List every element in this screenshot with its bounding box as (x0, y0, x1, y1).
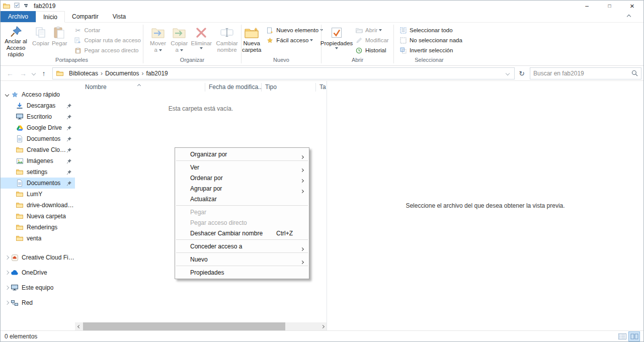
qat-item-icon[interactable] (14, 3, 20, 10)
thumbnails-view-icon (630, 333, 638, 339)
forward-button[interactable]: → (17, 67, 30, 79)
history-button[interactable]: Historial (353, 45, 391, 55)
sidebar-item-creative-cloud-f[interactable]: Creative Cloud F (1, 144, 75, 155)
new-folder-button[interactable]: Nueva carpeta (242, 24, 261, 56)
preview-pane: Seleccione el archivo del que desea obte… (327, 81, 643, 330)
sidebar-item-venta[interactable]: venta (1, 233, 75, 244)
refresh-button[interactable]: ↻ (516, 67, 528, 79)
menu-item-ver[interactable]: Ver (175, 162, 309, 173)
minimize-ribbon-button[interactable] (627, 11, 630, 22)
menu-item-deshacer-cambiar-nombre[interactable]: Deshacer Cambiar nombre Ctrl+Z (175, 228, 309, 238)
chevron-right-icon[interactable] (4, 286, 11, 289)
recent-locations-button[interactable] (30, 67, 37, 79)
back-button[interactable]: ← (4, 67, 17, 79)
sidebar-item-este-equipo[interactable]: Este equipo (1, 280, 75, 295)
copy-to-button[interactable]: Copiar a (169, 24, 189, 56)
sidebar-item-descargas[interactable]: Descargas (1, 100, 75, 111)
breadcrumb-fab2019[interactable]: fab2019 (144, 70, 169, 77)
tab-compartir[interactable]: Compartir (65, 11, 106, 22)
menu-item-ordenar-por[interactable]: Ordenar por (175, 173, 309, 183)
breadcrumb-bibliotecas[interactable]: Bibliotecas (67, 70, 100, 77)
up-button[interactable]: ↑ (37, 67, 50, 79)
delete-button[interactable]: Eliminar (190, 24, 212, 56)
column-header-tipo[interactable]: Tipo (261, 81, 315, 93)
chevron-right-icon[interactable] (4, 301, 11, 304)
properties-button[interactable]: Propiedades (322, 24, 351, 56)
address-bar[interactable]: Bibliotecas › Documentos › fab2019 (52, 67, 515, 79)
google-drive-icon (16, 125, 24, 131)
sidebar-item-drive-download[interactable]: drive-download-20 (1, 200, 75, 211)
menu-separator (176, 239, 308, 240)
scrollbar-thumb[interactable] (83, 322, 285, 330)
scroll-left-button[interactable] (75, 322, 83, 330)
open-button[interactable]: Abrir (353, 25, 391, 35)
sidebar-item-settings[interactable]: settings (1, 166, 75, 178)
sidebar-item-escritorio[interactable]: Escritorio (1, 111, 75, 122)
menu-item-agrupar-por[interactable]: Agrupar por (175, 183, 309, 194)
window-controls: – □ × (576, 1, 643, 11)
easy-access-button[interactable]: Fácil acceso (264, 35, 325, 45)
maximize-button[interactable]: □ (598, 1, 621, 11)
select-none-button[interactable]: No seleccionar nada (397, 35, 464, 45)
menu-item-pegar[interactable]: Pegar (175, 207, 309, 217)
select-all-button[interactable]: Seleccionar todo (397, 25, 464, 35)
menu-shortcut: Ctrl+Z (276, 230, 293, 237)
pin-icon (67, 104, 71, 108)
sidebar-item-imagenes[interactable]: Imágenes (1, 155, 75, 166)
close-button[interactable]: × (621, 1, 643, 11)
new-item-button[interactable]: Nuevo elemento (264, 25, 325, 35)
scrollbar-track[interactable] (83, 322, 318, 330)
thumbnails-view-button[interactable] (629, 332, 639, 341)
sidebar-item-renderings[interactable]: Renderings (1, 222, 75, 233)
customize-qat-button[interactable] (24, 4, 28, 7)
rename-button[interactable]: Cambiar nombre (213, 24, 240, 56)
sidebar-item-documentos-pinned[interactable]: Documentos (1, 133, 75, 144)
view-toggle-buttons (617, 332, 639, 341)
chevron-down-icon[interactable] (4, 93, 11, 96)
minimize-button[interactable]: – (576, 1, 598, 11)
sidebar-item-nueva-carpeta[interactable]: Nueva carpeta (1, 211, 75, 222)
menu-item-actualizar[interactable]: Actualizar (175, 194, 309, 204)
column-header-fecha[interactable]: Fecha de modifica... (205, 81, 261, 93)
sidebar-item-documentos-selected[interactable]: Documentos (1, 178, 75, 189)
ribbon-group-organize: Mover a Copiar a Eliminar (143, 23, 241, 65)
tab-inicio[interactable]: Inicio (36, 11, 65, 23)
invert-selection-button[interactable]: Invertir selección (397, 45, 464, 55)
sidebar-item-onedrive[interactable]: OneDrive (1, 265, 75, 280)
paste-button[interactable]: Pegar (51, 24, 68, 56)
copy-path-button[interactable]: Copiar ruta de acceso (71, 35, 143, 45)
search-input[interactable] (530, 70, 631, 77)
back-arrow-icon: ← (7, 69, 14, 77)
move-to-button[interactable]: Mover a (148, 24, 168, 56)
horizontal-scrollbar[interactable] (75, 322, 327, 330)
details-view-button[interactable] (617, 332, 627, 341)
group-label-open: Abrir (321, 57, 393, 65)
chevron-right-icon[interactable] (4, 271, 11, 274)
tab-archivo[interactable]: Archivo (1, 11, 36, 22)
tab-vista[interactable]: Vista (106, 11, 133, 22)
sidebar-item-acceso-rapido[interactable]: Acceso rápido (1, 89, 75, 100)
menu-separator (176, 205, 308, 206)
menu-item-organizar-por[interactable]: Organizar por (175, 149, 309, 159)
sidebar-item-creative-cloud-files[interactable]: Creative Cloud Files (1, 250, 75, 265)
chevron-right-icon[interactable] (4, 256, 11, 259)
column-header-nombre[interactable]: Nombre (75, 81, 205, 93)
breadcrumb-documentos[interactable]: Documentos (104, 70, 140, 77)
chevron-down-icon (31, 71, 35, 75)
menu-item-conceder-acceso-a[interactable]: Conceder acceso a (175, 241, 309, 251)
menu-item-nuevo[interactable]: Nuevo (175, 254, 309, 265)
sidebar-item-lumy[interactable]: LumY (1, 189, 75, 200)
ribbon-group-select: Seleccionar todo No seleccionar nada Inv… (394, 23, 464, 65)
pin-to-quick-access-button[interactable]: Anclar al Acceso rápido (1, 24, 31, 56)
menu-item-propiedades[interactable]: Propiedades (175, 267, 309, 278)
scroll-right-button[interactable] (318, 322, 327, 330)
column-header-tamano[interactable]: Ta (315, 81, 327, 93)
cut-button[interactable]: ✂ Cortar (71, 25, 143, 35)
copy-button[interactable]: Copiar (32, 24, 50, 56)
paste-shortcut-button[interactable]: Pegar acceso directo (71, 45, 143, 55)
sidebar-item-red[interactable]: Red (1, 295, 75, 310)
edit-button[interactable]: Modificar (353, 35, 391, 45)
address-dropdown-button[interactable] (504, 72, 511, 75)
sidebar-item-google-drive[interactable]: Google Drive (1, 122, 75, 133)
menu-item-pegar-acceso-directo[interactable]: Pegar acceso directo (175, 217, 309, 228)
